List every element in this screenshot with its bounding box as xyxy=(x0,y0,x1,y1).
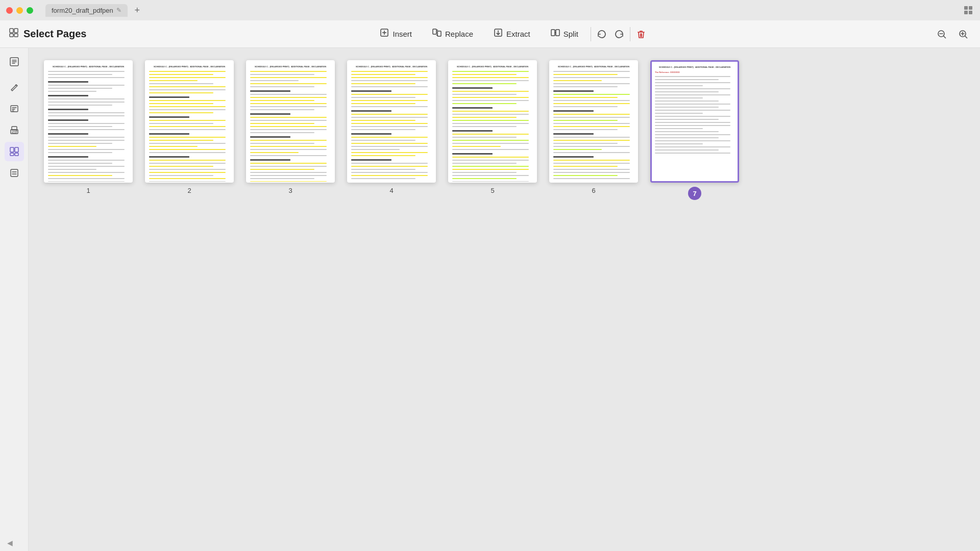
toolbar-left: Select Pages xyxy=(8,27,86,41)
svg-point-24 xyxy=(16,131,17,132)
close-button[interactable] xyxy=(6,7,13,14)
svg-rect-20 xyxy=(12,110,14,111)
svg-rect-23 xyxy=(12,132,16,133)
page-number-2: 2 xyxy=(187,187,191,194)
app-icon xyxy=(963,5,974,16)
page-title: Select Pages xyxy=(23,28,86,40)
toolbar-center: Insert Replace Extract xyxy=(370,25,649,43)
sidebar-item-print[interactable] xyxy=(5,120,24,140)
main-area: ◀ SCHEDULE C - (ENLARGED PRINT) ADDITION… xyxy=(0,48,980,551)
replace-label: Replace xyxy=(445,30,473,38)
page-thumb-4[interactable]: SCHEDULE C - (ENLARGED PRINT) ADDITIONAL… xyxy=(347,60,436,183)
page-number-4: 4 xyxy=(389,187,393,194)
svg-rect-19 xyxy=(11,106,18,112)
svg-rect-28 xyxy=(15,153,18,156)
svg-rect-12 xyxy=(437,31,441,36)
replace-button[interactable]: Replace xyxy=(422,25,483,43)
rotate-right-button[interactable] xyxy=(610,27,628,42)
sidebar-item-annotate[interactable] xyxy=(5,78,24,97)
toolbar-divider xyxy=(591,27,591,41)
split-icon xyxy=(551,28,560,40)
page-thumb-1[interactable]: SCHEDULE C - (ENLARGED PRINT) ADDITIONAL… xyxy=(44,60,133,183)
page-thumb-5[interactable]: SCHEDULE C - (ENLARGED PRINT) ADDITIONAL… xyxy=(448,60,537,183)
page-item-5[interactable]: SCHEDULE C - (ENLARGED PRINT) ADDITIONAL… xyxy=(448,60,537,200)
svg-rect-14 xyxy=(551,30,555,36)
page-grid: SCHEDULE C - (ENLARGED PRINT) ADDITIONAL… xyxy=(44,60,965,200)
delete-button[interactable] xyxy=(632,27,650,42)
sidebar-item-forms[interactable] xyxy=(5,99,24,118)
svg-rect-0 xyxy=(964,6,968,10)
svg-rect-25 xyxy=(10,147,14,152)
sidebar-item-pages[interactable] xyxy=(5,142,24,161)
page-thumb-6[interactable]: SCHEDULE C - (ENLARGED PRINT) ADDITIONAL… xyxy=(549,60,638,183)
maximize-button[interactable] xyxy=(27,7,33,14)
select-pages-icon xyxy=(8,27,19,41)
toolbar-right xyxy=(933,27,972,42)
svg-rect-7 xyxy=(14,34,18,37)
tab-title: form20_draft_pdfpen xyxy=(52,7,113,14)
page-item-1[interactable]: SCHEDULE C - (ENLARGED PRINT) ADDITIONAL… xyxy=(44,60,133,200)
svg-rect-3 xyxy=(969,11,972,14)
sidebar-item-layers[interactable] xyxy=(5,163,24,183)
split-button[interactable]: Split xyxy=(541,25,589,43)
toolbar: Select Pages Insert Replace xyxy=(0,20,980,48)
insert-icon xyxy=(380,28,389,40)
page-item-6[interactable]: SCHEDULE C - (ENLARGED PRINT) ADDITIONAL… xyxy=(549,60,638,200)
extract-label: Extract xyxy=(506,30,530,38)
sidebar-item-library[interactable] xyxy=(5,52,24,71)
zoom-in-button[interactable] xyxy=(954,27,972,42)
svg-rect-6 xyxy=(10,34,13,37)
zoom-out-button[interactable] xyxy=(933,27,950,42)
page-thumb-7[interactable]: SCHEDULE C - (ENLARGED PRINT) ADDITIONAL… xyxy=(650,60,739,183)
page-item-3[interactable]: SCHEDULE C - (ENLARGED PRINT) ADDITIONAL… xyxy=(246,60,335,200)
traffic-lights xyxy=(6,7,33,14)
edit-icon[interactable]: ✎ xyxy=(116,7,121,14)
page-thumb-3[interactable]: SCHEDULE C - (ENLARGED PRINT) ADDITIONAL… xyxy=(246,60,335,183)
extract-icon xyxy=(494,28,503,40)
svg-rect-4 xyxy=(10,29,13,33)
split-label: Split xyxy=(564,30,578,38)
svg-rect-11 xyxy=(433,29,436,34)
page-content-area[interactable]: SCHEDULE C - (ENLARGED PRINT) ADDITIONAL… xyxy=(29,48,980,551)
page-item-2[interactable]: SCHEDULE C - (ENLARGED PRINT) ADDITIONAL… xyxy=(145,60,234,200)
page-number-1: 1 xyxy=(86,187,90,194)
page-number-5: 5 xyxy=(491,187,494,194)
toolbar-divider-2 xyxy=(630,27,630,41)
svg-rect-26 xyxy=(15,147,18,152)
svg-rect-1 xyxy=(969,6,972,10)
insert-button[interactable]: Insert xyxy=(370,25,422,43)
page-number-badge-7: 7 xyxy=(688,187,701,200)
sidebar-collapse-arrow[interactable]: ◀ xyxy=(7,539,13,547)
tab-bar: form20_draft_pdfpen ✎ + xyxy=(45,4,143,17)
rotate-left-button[interactable] xyxy=(593,27,610,42)
left-sidebar: ◀ xyxy=(0,48,29,551)
svg-rect-2 xyxy=(964,11,968,14)
svg-rect-5 xyxy=(14,29,18,33)
page-thumb-2[interactable]: SCHEDULE C - (ENLARGED PRINT) ADDITIONAL… xyxy=(145,60,234,183)
titlebar: form20_draft_pdfpen ✎ + xyxy=(0,0,980,20)
insert-label: Insert xyxy=(393,30,412,38)
document-tab[interactable]: form20_draft_pdfpen ✎ xyxy=(45,4,128,17)
replace-icon xyxy=(432,28,442,40)
extract-button[interactable]: Extract xyxy=(483,25,541,43)
page-number-6: 6 xyxy=(592,187,595,194)
page-number-3: 3 xyxy=(288,187,292,194)
new-tab-button[interactable]: + xyxy=(132,5,143,16)
svg-rect-15 xyxy=(556,30,559,36)
svg-rect-29 xyxy=(11,169,18,177)
minimize-button[interactable] xyxy=(16,7,23,14)
page-item-4[interactable]: SCHEDULE C - (ENLARGED PRINT) ADDITIONAL… xyxy=(347,60,436,200)
page-item-7[interactable]: SCHEDULE C - (ENLARGED PRINT) ADDITIONAL… xyxy=(650,60,739,200)
svg-rect-27 xyxy=(10,153,14,156)
